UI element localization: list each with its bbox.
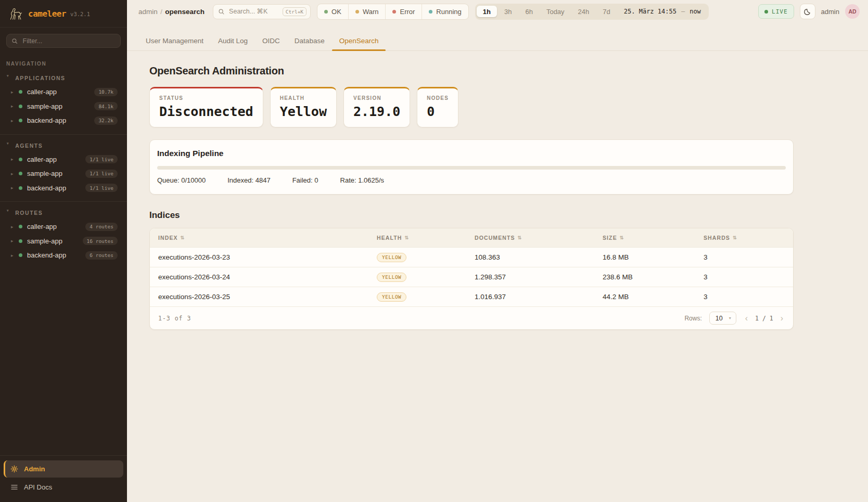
result-range: 1-3 of 3 [158,315,191,322]
stat-cards: STATUS Disconnected HEALTH Yellow VERSIO… [149,87,794,127]
pipeline-stat: Queue: 0/10000 [157,176,206,184]
sidebar-item[interactable]: ▸ sample-app 16 routes [0,234,127,249]
time-range-button[interactable]: Today [540,6,571,17]
avatar[interactable]: AD [845,4,860,19]
live-dot [764,10,768,14]
table-row[interactable]: executions-2026-03-24 YELLOW 1.298.357 2… [150,267,793,287]
date-range[interactable]: 25. März 14:55 — now [617,8,707,15]
sidebar-item[interactable]: ▸ sample-app 1/1 live [0,166,127,181]
tab[interactable]: Database [287,32,332,50]
column-header[interactable]: SIZE ⇅ [594,235,695,241]
time-range-button[interactable]: 1h [477,6,497,17]
sidebar-item-admin[interactable]: Admin [4,460,123,478]
sidebar-filter[interactable] [6,34,121,48]
app-logo: cameleer v3.2.1 [0,0,127,28]
sort-icon: ⇅ [518,235,522,240]
main-area: admin / opensearch Ctrl+K OK Warn [127,0,868,502]
table-body: executions-2026-03-23 YELLOW 108.363 16.… [150,247,793,306]
table-row[interactable]: executions-2026-03-25 YELLOW 1.016.937 4… [150,287,793,306]
sidebar-item-badge: 6 routes [85,251,118,260]
status-dot [19,239,22,243]
pagination: ‹ 1 / 1 › [744,314,785,323]
sidebar-item[interactable]: ▸ caller-app 4 routes [0,220,127,234]
table-row[interactable]: executions-2026-03-23 YELLOW 108.363 16.… [150,247,793,267]
status-filter-chip[interactable]: OK [317,4,349,19]
column-header[interactable]: DOCUMENTS ⇅ [466,235,594,241]
column-label: HEALTH [377,235,402,241]
stat-card: VERSION 2.19.0 [343,87,410,127]
prev-page-button[interactable]: ‹ [744,314,749,323]
status-filter-chip[interactable]: Error [386,4,422,19]
stat-value: 0 [427,104,449,119]
section-header[interactable]: ▾ ROUTES [0,207,127,220]
sidebar-item[interactable]: ▸ backend-app 6 routes [0,248,127,263]
cell-index: executions-2026-03-24 [150,273,368,281]
sidebar-item[interactable]: ▸ caller-app 1/1 live [0,152,127,167]
status-dot [19,225,22,228]
status-filter-chip[interactable]: Running [422,4,468,19]
breadcrumb-parent[interactable]: admin [138,8,158,16]
cell-documents: 1.016.937 [466,293,594,301]
sidebar-sections: ▾ APPLICATIONS ▸ caller-app 10.7k [0,67,127,269]
tab[interactable]: User Management [138,32,211,50]
live-badge[interactable]: LIVE [758,4,794,19]
sidebar-item[interactable]: ▸ backend-app 1/1 live [0,181,127,196]
section-header[interactable]: ▾ APPLICATIONS [0,72,127,85]
status-filter-group: OK Warn Error Running [317,4,469,20]
stat-value: 2.19.0 [353,104,400,119]
time-range-button[interactable]: 7d [596,6,616,17]
time-range-button[interactable]: 6h [519,6,539,17]
navigation-label: NAVIGATION [6,61,121,67]
sidebar-item[interactable]: ▸ caller-app 10.7k [0,85,127,99]
tab[interactable]: OIDC [255,32,287,50]
tab[interactable]: OpenSearch [332,32,386,50]
page-title: OpenSearch Administration [149,65,794,77]
rows-per-page-select[interactable]: 10 ▾ [709,312,736,325]
chevron-down-icon: ▾ [7,209,9,213]
section-header[interactable]: ▾ AGENTS [0,139,127,152]
sidebar-item-badge: 1/1 live [85,170,118,178]
theme-toggle-button[interactable] [800,4,815,19]
sidebar-item-label: caller-app [27,223,57,230]
table-header: INDEX ⇅ HEALTH ⇅ DOCUMENTS ⇅ SIZE [150,228,793,247]
next-page-button[interactable]: › [779,314,785,323]
stat-card: HEALTH Yellow [270,87,337,127]
chevron-down-icon: ▾ [729,316,731,320]
chevron-right-icon: ▸ [11,89,17,95]
sidebar-item-badge: 84.1k [94,102,118,110]
status-dot [324,10,328,14]
cell-index: executions-2026-03-23 [150,253,368,261]
sidebar-item-label: caller-app [27,156,57,163]
global-search[interactable]: Ctrl+K [213,4,311,19]
section-label: APPLICATIONS [15,75,66,81]
column-header[interactable]: SHARDS ⇅ [695,235,793,241]
cell-shards: 3 [695,273,793,281]
pipeline-progress-bar [157,166,786,170]
filter-input[interactable] [22,37,116,45]
sidebar-item-label: sample-app [27,237,62,245]
stat-label: VERSION [353,95,400,101]
sidebar-section: ▾ APPLICATIONS ▸ caller-app 10.7k [0,67,127,134]
sidebar-item-label: API Docs [24,483,52,491]
column-header[interactable]: HEALTH ⇅ [368,235,466,241]
time-range-button[interactable]: 24h [572,6,596,17]
status-filter-chip[interactable]: Warn [349,4,386,19]
status-filter-label: Error [400,8,415,16]
sidebar-item-badge: 1/1 live [85,155,118,163]
sidebar-item-badge: 10.7k [94,88,118,96]
tab[interactable]: Audit Log [211,32,255,50]
status-dot [392,10,396,14]
sidebar-item[interactable]: ▸ sample-app 84.1k [0,99,127,114]
indexing-pipeline-panel: Indexing Pipeline Queue: 0/10000 Indexed… [149,139,794,195]
sidebar-item-label: backend-app [27,117,66,124]
time-range-button[interactable]: 3h [498,6,518,17]
sidebar-item-badge: 16 routes [83,237,118,245]
sidebar-item[interactable]: ▸ backend-app 32.2k [0,113,127,128]
health-badge: YELLOW [377,273,406,282]
status-dot [19,158,22,161]
cell-size: 44.2 MB [594,293,695,301]
search-input[interactable] [228,7,279,16]
section-items: ▸ caller-app 10.7k ▸ sample-app 84.1k [0,85,127,128]
sidebar-item-api-docs[interactable]: API Docs [4,479,123,496]
column-header[interactable]: INDEX ⇅ [150,235,368,241]
